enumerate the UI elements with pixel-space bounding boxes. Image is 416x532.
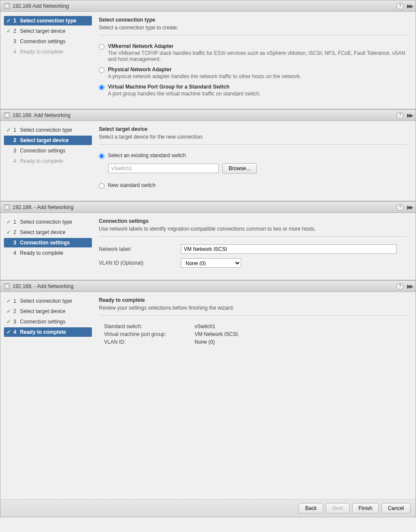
radio-vm-portgroup[interactable]: Virtual Machine Port Group for a Standar…	[99, 84, 408, 97]
radio-input[interactable]	[99, 67, 104, 73]
wizard-content: Select connection type Select a connecti…	[95, 12, 416, 109]
step-3[interactable]: 3 Connection settings	[4, 238, 92, 247]
help-icon[interactable]: ?	[397, 112, 403, 119]
radio-title: Select an existing standard switch	[108, 152, 186, 158]
check-icon: ✓	[6, 319, 13, 325]
radio-desc: The VMkernel TCP/IP stack handles traffi…	[108, 50, 408, 62]
check-icon: ✓	[6, 219, 13, 225]
collapse-icon[interactable]: ▶▶	[407, 204, 412, 210]
radio-input[interactable]	[99, 85, 104, 90]
radio-vmkernel[interactable]: VMkernel Network Adapter The VMkernel TC…	[99, 43, 408, 62]
summary-value: VM Network ISCSI.	[195, 331, 239, 337]
radio-existing-switch[interactable]: Select an existing standard switch	[99, 152, 408, 159]
wizard-sidebar: ✓ 1 Select connection type 2 Select targ…	[0, 121, 95, 201]
step-3[interactable]: 3 Connection settings	[4, 146, 92, 155]
summary-row: VLAN ID: None (0)	[104, 339, 408, 345]
summary-row: Standard switch: vSwitch1	[104, 323, 408, 329]
wizard-content: Connection settings Use network labels t…	[95, 213, 416, 280]
content-subtitle: Select a connection type to create.	[99, 25, 408, 31]
window-title: 192.168. - Add Networking	[13, 283, 73, 289]
content-subtitle: Review your settings selections before f…	[99, 305, 408, 311]
radio-new-switch[interactable]: New standard switch	[99, 182, 408, 189]
wizard-content: Ready to complete Review your settings s…	[95, 292, 416, 499]
content-header: Connection settings	[99, 218, 408, 224]
help-icon[interactable]: ?	[397, 3, 403, 10]
titlebar: 192.168. - Add Networking ? ▶▶	[0, 202, 416, 213]
step-1[interactable]: ✓ 1 Select connection type	[4, 125, 92, 135]
host-icon	[4, 283, 10, 289]
step-2[interactable]: ✓ 2 Select target device	[4, 228, 92, 237]
step-1[interactable]: ✓ 1 Select connection type	[4, 217, 92, 227]
check-icon: ✓	[6, 308, 13, 314]
summary-value: None (0)	[195, 339, 215, 345]
content-header: Ready to complete	[99, 297, 408, 303]
step-1[interactable]: ✓ 1 Select connection type	[4, 296, 92, 306]
collapse-icon[interactable]: ▶▶	[407, 283, 412, 289]
wizard-panel-4: 192.168. - Add Networking ? ▶▶ ✓ 1 Selec…	[0, 280, 416, 517]
summary-label: VLAN ID:	[104, 339, 195, 345]
check-icon: ✓	[6, 229, 13, 235]
vlan-id-select[interactable]: None (0)	[181, 258, 241, 268]
collapse-icon[interactable]: ▶▶	[407, 112, 412, 118]
content-subtitle: Select a target device for the new conne…	[99, 134, 408, 140]
check-icon: ✓	[6, 127, 13, 133]
radio-title: New standard switch	[108, 182, 156, 188]
check-icon: ✓	[6, 18, 13, 24]
divider	[99, 315, 408, 316]
titlebar: 192.168. Add Networking ? ▶▶	[0, 110, 416, 121]
step-1[interactable]: ✓ 1 Select connection type	[4, 16, 92, 25]
radio-desc: A port group handles the virtual machine…	[108, 91, 261, 97]
network-label-label: Network label:	[99, 246, 181, 252]
radio-input[interactable]	[99, 153, 104, 159]
wizard-sidebar: ✓ 1 Select connection type ✓ 2 Select ta…	[0, 213, 95, 280]
summary-row: Virtual machine port group: VM Network I…	[104, 331, 408, 337]
host-icon	[4, 204, 10, 210]
wizard-sidebar: ✓ 1 Select connection type ✓ 2 Select ta…	[0, 12, 95, 109]
content-header: Select connection type	[99, 17, 408, 23]
summary-value: vSwitch1	[195, 323, 215, 329]
step-3[interactable]: 3 Connection settings	[4, 37, 92, 46]
step-4: 4 Ready to complete	[4, 156, 92, 166]
radio-title: VMkernel Network Adapter	[108, 43, 408, 49]
wizard-footer: Back Next Finish Cancel	[0, 499, 416, 517]
browse-button[interactable]: Browse...	[222, 163, 257, 174]
wizard-panel-2: 192.168. Add Networking ? ▶▶ ✓ 1 Select …	[0, 109, 416, 201]
help-icon[interactable]: ?	[397, 204, 403, 211]
step-3[interactable]: ✓ 3 Connection settings	[4, 317, 92, 326]
step-2[interactable]: ✓ 2 Select target device	[4, 307, 92, 316]
radio-input[interactable]	[99, 44, 104, 50]
summary-label: Virtual machine port group:	[104, 331, 195, 337]
titlebar: 192.168. - Add Networking ? ▶▶	[0, 281, 416, 292]
titlebar: 192.168 Add Networking ? ▶▶	[0, 0, 416, 12]
window-title: 192.168 Add Networking	[13, 3, 69, 9]
collapse-icon[interactable]: ▶▶	[407, 3, 412, 9]
finish-button[interactable]: Finish	[352, 503, 379, 513]
wizard-content: Select target device Select a target dev…	[95, 121, 416, 201]
step-2[interactable]: 2 Select target device	[4, 136, 92, 145]
switch-name-input	[108, 164, 219, 173]
step-4[interactable]: 4 Ready to complete	[4, 248, 92, 258]
check-icon: ✓	[6, 28, 13, 34]
radio-input[interactable]	[99, 183, 104, 189]
next-button: Next	[326, 503, 350, 513]
radio-title: Virtual Machine Port Group for a Standar…	[108, 84, 261, 90]
wizard-sidebar: ✓ 1 Select connection type ✓ 2 Select ta…	[0, 292, 95, 499]
radio-physical[interactable]: Physical Network Adapter A physical netw…	[99, 66, 408, 79]
step-4: 4 Ready to complete	[4, 47, 92, 57]
check-icon: ✓	[6, 329, 13, 335]
cancel-button[interactable]: Cancel	[381, 503, 410, 513]
radio-desc: A physical network adapter handles the n…	[108, 73, 301, 79]
summary-label: Standard switch:	[104, 323, 195, 329]
wizard-panel-1: 192.168 Add Networking ? ▶▶ ✓ 1 Select c…	[0, 0, 416, 109]
wizard-panel-3: 192.168. - Add Networking ? ▶▶ ✓ 1 Selec…	[0, 201, 416, 280]
network-label-input[interactable]	[181, 244, 397, 254]
content-header: Select target device	[99, 126, 408, 132]
divider	[99, 144, 408, 145]
divider	[99, 236, 408, 237]
help-icon[interactable]: ?	[397, 283, 403, 290]
step-2[interactable]: ✓ 2 Select target device	[4, 26, 92, 36]
divider	[99, 35, 408, 35]
check-icon: ✓	[6, 298, 13, 304]
step-4[interactable]: ✓ 4 Ready to complete	[4, 327, 92, 337]
back-button[interactable]: Back	[299, 503, 323, 513]
